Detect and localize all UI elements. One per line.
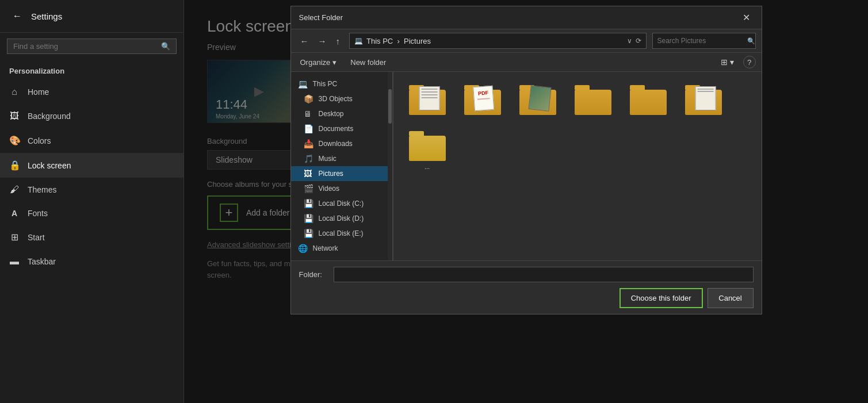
documents-icon: 📄 — [304, 124, 314, 133]
folder-input[interactable] — [334, 267, 754, 282]
file-item[interactable]: PDF — [457, 80, 508, 122]
address-bar[interactable]: 💻 This PC › Pictures ∨ ⟳ — [349, 33, 647, 49]
sidebar-item-label: Taskbar — [28, 257, 56, 266]
organize-label: Organize — [300, 58, 331, 67]
select-folder-dialog: Select Folder ✕ ← → ↑ 💻 This PC › Pictur… — [290, 6, 762, 314]
dialog-body: 💻 This PC 📦 3D Objects 🖥 Desktop 📄 — [291, 72, 762, 260]
sidebar-header: ← Settings — [0, 0, 183, 33]
taskbar-icon: ▬ — [9, 256, 20, 267]
local-e-icon: 💾 — [304, 229, 314, 238]
sidebar-item-label: Fonts — [28, 209, 48, 218]
fonts-icon: A — [9, 209, 20, 218]
search-field: 🔍 — [652, 33, 756, 49]
search-pictures-input[interactable] — [657, 37, 744, 45]
cancel-button[interactable]: Cancel — [708, 288, 754, 308]
sidebar-item-label: Home — [28, 87, 49, 97]
search-input[interactable] — [13, 42, 156, 51]
nav-tree-downloads[interactable]: 📥 Downloads — [291, 136, 392, 151]
desktop-icon: 🖥 — [304, 109, 314, 118]
nav-tree-label: Desktop — [319, 110, 344, 118]
dialog-titlebar: Select Folder ✕ — [291, 6, 762, 29]
pictures-icon: 🖼 — [304, 169, 314, 178]
dialog-second-toolbar: Organize ▾ New folder ⊞ ▾ ? — [291, 53, 762, 72]
nav-tree-this-pc[interactable]: 💻 This PC — [291, 76, 392, 91]
file-item[interactable] — [402, 80, 453, 122]
sidebar-item-themes[interactable]: 🖌 Themes — [0, 178, 183, 202]
colors-icon: 🎨 — [9, 135, 20, 146]
dialog-back-button[interactable]: ← — [297, 34, 312, 48]
nav-tree-label: Pictures — [319, 170, 343, 178]
sidebar-item-home[interactable]: ⌂ Home — [0, 80, 183, 104]
nav-tree-videos[interactable]: 🎬 Videos — [291, 181, 392, 196]
dialog-up-button[interactable]: ↑ — [332, 34, 344, 48]
dialog-footer: Folder: Choose this folder Cancel — [291, 260, 762, 314]
folder-row: Folder: — [299, 267, 754, 282]
this-pc-icon: 💻 — [298, 79, 308, 89]
nav-tree-label: Documents — [319, 125, 354, 133]
dialog-overlay: Select Folder ✕ ← → ↑ 💻 This PC › Pictur… — [184, 0, 868, 403]
address-text: This PC › Pictures — [366, 37, 624, 45]
file-item[interactable] — [567, 80, 619, 122]
file-item[interactable] — [622, 80, 674, 122]
local-d-icon: 💾 — [304, 214, 314, 223]
address-dropdown-icon[interactable]: ∨ — [627, 37, 632, 45]
address-refresh-icon[interactable]: ⟳ — [636, 37, 641, 45]
sidebar-item-label: Colors — [28, 136, 51, 145]
sidebar-item-start[interactable]: ⊞ Start — [0, 225, 183, 250]
nav-tree-label: Videos — [319, 185, 339, 193]
sidebar-item-label: Start — [28, 233, 45, 242]
search-icon: 🔍 — [747, 37, 755, 45]
file-item[interactable]: ... — [402, 126, 453, 175]
sidebar-item-taskbar[interactable]: ▬ Taskbar — [0, 250, 183, 274]
nav-tree-local-e[interactable]: 💾 Local Disk (E:) — [291, 226, 392, 241]
sidebar-item-label: Lock screen — [28, 161, 71, 170]
sidebar-item-fonts[interactable]: A Fonts — [0, 202, 183, 225]
nav-tree-label: Local Disk (C:) — [319, 199, 364, 208]
dialog-title: Select Folder — [299, 13, 343, 22]
videos-icon: 🎬 — [304, 184, 314, 193]
choose-this-folder-button[interactable]: Choose this folder — [620, 288, 703, 308]
dialog-forward-button[interactable]: → — [315, 34, 330, 48]
nav-tree-desktop[interactable]: 🖥 Desktop — [291, 106, 392, 121]
nav-tree-local-c[interactable]: 💾 Local Disk (C:) — [291, 196, 392, 211]
new-folder-button[interactable]: New folder — [346, 56, 391, 68]
organize-button[interactable]: Organize ▾ — [297, 56, 341, 68]
nav-tree-network[interactable]: 🌐 Network — [291, 241, 392, 256]
sidebar-item-label: Background — [28, 112, 71, 121]
nav-tree-music[interactable]: 🎵 Music — [291, 151, 392, 166]
nav-tree-label: 3D Objects — [319, 95, 353, 103]
nav-tree-documents[interactable]: 📄 Documents — [291, 121, 392, 136]
sidebar-item-label: Themes — [28, 185, 57, 194]
file-area: PDF — [393, 72, 762, 260]
file-item[interactable] — [678, 80, 729, 122]
3d-objects-icon: 📦 — [304, 94, 314, 103]
lock-icon: 🔒 — [9, 160, 20, 171]
dialog-close-button[interactable]: ✕ — [739, 11, 754, 24]
view-icon: ⊞ — [721, 57, 728, 67]
search-icon[interactable]: 🔍 — [161, 42, 170, 51]
main-content: Lock screen Preview ▶ 11:44 Monday, June… — [184, 0, 868, 403]
sidebar-item-lock-screen[interactable]: 🔒 Lock screen — [0, 153, 183, 178]
file-grid: PDF — [399, 78, 756, 178]
nav-tree-label: Downloads — [319, 140, 353, 148]
sidebar: ← Settings 🔍 Personalization ⌂ Home 🖼 Ba… — [0, 0, 184, 403]
back-button[interactable]: ← — [9, 8, 25, 24]
downloads-icon: 📥 — [304, 139, 314, 148]
sidebar-item-background[interactable]: 🖼 Background — [0, 104, 183, 128]
themes-icon: 🖌 — [9, 185, 20, 195]
local-c-icon: 💾 — [304, 199, 314, 208]
file-item[interactable] — [512, 80, 564, 122]
network-icon: 🌐 — [298, 244, 308, 253]
nav-tree-pictures[interactable]: 🖼 Pictures — [291, 166, 392, 181]
dialog-buttons: Choose this folder Cancel — [299, 288, 754, 308]
nav-tree-label: Music — [319, 155, 337, 163]
music-icon: 🎵 — [304, 154, 314, 163]
nav-tree-local-d[interactable]: 💾 Local Disk (D:) — [291, 211, 392, 226]
view-button[interactable]: ⊞ ▾ — [717, 56, 737, 68]
help-button[interactable]: ? — [743, 56, 756, 68]
nav-tree-label: This PC — [313, 80, 338, 88]
nav-tree-label: Local Disk (D:) — [319, 214, 364, 222]
background-icon: 🖼 — [9, 111, 20, 121]
sidebar-item-colors[interactable]: 🎨 Colors — [0, 128, 183, 153]
nav-tree-3d-objects[interactable]: 📦 3D Objects — [291, 91, 392, 106]
